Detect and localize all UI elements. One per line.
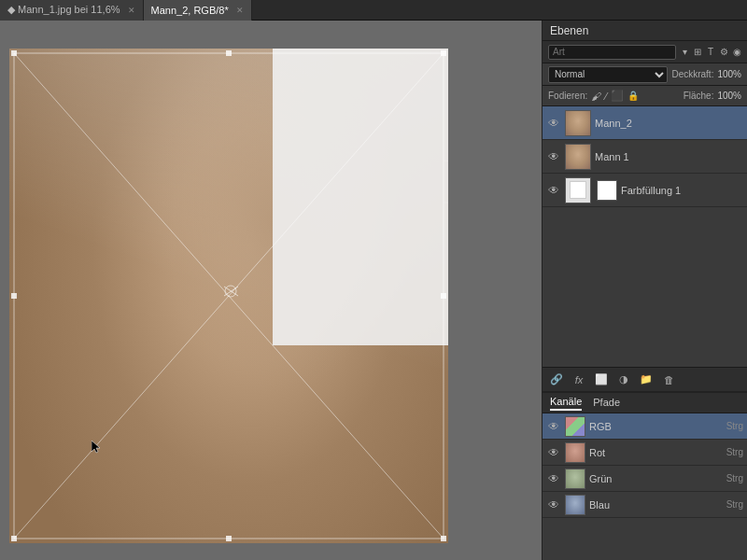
paint-tool-icon[interactable]: 🖌 xyxy=(591,91,601,102)
channel-item-rot[interactable]: 👁 Rot Strg xyxy=(543,440,747,466)
tab-pfade[interactable]: Pfade xyxy=(593,397,620,410)
channel-thumb-rgb xyxy=(566,417,585,436)
channel-thumbnail-gruen xyxy=(565,469,585,489)
layer-thumb-white xyxy=(566,178,590,203)
layer-thumb-face-mann2 xyxy=(566,111,590,135)
channels-header: Kanäle Pfade xyxy=(543,393,747,413)
tab-mann2[interactable]: Mann_2, RGB/8* ✕ xyxy=(144,0,252,21)
layers-search-bar: ▾ ⊞ T ⚙ ◉ xyxy=(543,41,747,63)
layers-panel-title: Ebenen xyxy=(550,24,588,37)
channel-item-rgb[interactable]: 👁 RGB Strg xyxy=(543,413,747,440)
tab-mann2-close[interactable]: ✕ xyxy=(236,6,244,15)
shape-tool-icon[interactable]: ⬛ xyxy=(611,90,624,102)
toolbar-fx-btn[interactable]: fx xyxy=(569,371,589,389)
layer-name-mann2: Mann_2 xyxy=(595,118,743,129)
toolbar-folder-btn[interactable]: 📁 xyxy=(636,371,656,389)
channel-item-gruen[interactable]: 👁 Grün Strg xyxy=(543,466,747,492)
layers-panel-header: Ebenen xyxy=(543,21,747,41)
layers-icon1[interactable]: ⊞ xyxy=(693,46,702,59)
channel-name-rgb: RGB xyxy=(589,421,723,432)
layer-name-farbfullung: Farbfüllung 1 xyxy=(621,185,743,196)
blend-mode-select[interactable]: Normal xyxy=(548,66,668,83)
layer-thumb-white-inner xyxy=(570,181,586,198)
layer-visibility-mann2[interactable]: 👁 xyxy=(546,116,561,131)
channel-thumb-rot xyxy=(566,443,585,462)
opacity-value: 100% xyxy=(717,69,741,79)
layers-search-input[interactable] xyxy=(548,45,676,60)
gradient-tool-icon[interactable]: ∕ xyxy=(605,91,607,102)
layers-icon3[interactable]: ⚙ xyxy=(719,46,728,59)
toolbar-link-btn[interactable]: 🔗 xyxy=(546,371,567,389)
layer-thumbnail-mann2 xyxy=(565,110,591,136)
layer-thumb-face-mann1 xyxy=(566,145,590,169)
main-area: Ebenen ▾ ⊞ T ⚙ ◉ Normal Deckkraft: 100% xyxy=(0,21,747,560)
layers-panel: Ebenen ▾ ⊞ T ⚙ ◉ Normal Deckkraft: 100% xyxy=(543,21,747,392)
layer-visibility-mann1[interactable]: 👁 xyxy=(546,149,561,164)
channel-name-gruen: Grün xyxy=(589,473,723,484)
toolbar-mask-btn[interactable]: ⬜ xyxy=(591,371,612,389)
opacity-label: Deckkraft: xyxy=(671,69,713,79)
channel-item-blau[interactable]: 👁 Blau Strg xyxy=(543,492,747,518)
channel-visibility-rot[interactable]: 👁 xyxy=(546,445,561,460)
layer-item-mann2[interactable]: 👁 Mann_2 xyxy=(543,106,747,140)
channel-visibility-gruen[interactable]: 👁 xyxy=(546,471,561,486)
channel-shortcut-gruen: Strg xyxy=(726,473,743,483)
channel-visibility-blau[interactable]: 👁 xyxy=(546,497,561,512)
fodieren-label: Fodieren: xyxy=(548,91,587,101)
layers-filter-dropdown[interactable]: ▾ xyxy=(680,46,689,59)
flaeche-label: Fläche: xyxy=(684,91,714,101)
layer-item-farbfullung[interactable]: 👁 Farbfüllung 1 xyxy=(543,174,747,207)
layers-toolbar: 🔗 fx ⬜ ◑ 📁 🗑 xyxy=(543,367,747,391)
channel-thumb-gruen xyxy=(566,469,585,488)
layer-thumbnail-mann1 xyxy=(565,144,591,170)
layers-toggle[interactable]: ◉ xyxy=(732,46,741,59)
toolbar-trash-btn[interactable]: 🗑 xyxy=(658,371,679,389)
tab-mann1[interactable]: ◆ Mann_1.jpg bei 11,6% ✕ xyxy=(0,0,144,21)
channel-shortcut-blau: Strg xyxy=(726,499,743,510)
fodieren-row: Fodieren: 🖌 ∕ ⬛ 🔒 Fläche: 100% xyxy=(543,86,747,106)
channel-visibility-rgb[interactable]: 👁 xyxy=(546,419,561,434)
toolbar-adjustment-btn[interactable]: ◑ xyxy=(613,371,634,389)
tab-mann1-label: ◆ Mann_1.jpg bei 11,6% xyxy=(7,4,120,16)
layer-visibility-farbfullung[interactable]: 👁 xyxy=(546,183,561,198)
channels-panel: Kanäle Pfade 👁 RGB Strg 👁 xyxy=(543,392,747,560)
layer-list: 👁 Mann_2 👁 Mann 1 👁 xyxy=(543,106,747,367)
channel-name-rot: Rot xyxy=(589,447,723,458)
layer-mask-thumbnail xyxy=(597,180,617,201)
tab-mann1-close[interactable]: ✕ xyxy=(128,6,135,15)
flaeche-value: 100% xyxy=(717,91,741,101)
blend-opacity-row: Normal Deckkraft: 100% xyxy=(543,63,747,86)
layers-icon2[interactable]: T xyxy=(706,46,715,59)
channel-list: 👁 RGB Strg 👁 Rot Strg xyxy=(543,413,747,560)
lock-icon[interactable]: 🔒 xyxy=(627,91,639,101)
channel-thumbnail-blau xyxy=(565,495,585,515)
channel-shortcut-rgb: Strg xyxy=(726,421,743,431)
channel-thumbnail-rot xyxy=(565,442,585,463)
channel-thumbnail-rgb xyxy=(565,416,585,437)
layer-name-mann1: Mann 1 xyxy=(595,151,743,162)
channel-thumb-blau xyxy=(566,496,585,514)
tab-bar: ◆ Mann_1.jpg bei 11,6% ✕ Mann_2, RGB/8* … xyxy=(0,0,747,21)
channel-shortcut-rot: Strg xyxy=(726,447,743,457)
canvas-container xyxy=(9,49,448,543)
photo-white-area xyxy=(273,49,448,345)
right-panel: Ebenen ▾ ⊞ T ⚙ ◉ Normal Deckkraft: 100% xyxy=(542,21,747,560)
canvas-area[interactable] xyxy=(0,21,542,560)
channel-name-blau: Blau xyxy=(589,499,723,511)
tab-kanale[interactable]: Kanäle xyxy=(550,396,582,411)
layer-thumbnail-farbfullung xyxy=(565,177,591,203)
layer-item-mann1[interactable]: 👁 Mann 1 xyxy=(543,140,747,174)
tab-mann2-label: Mann_2, RGB/8* xyxy=(151,5,229,16)
